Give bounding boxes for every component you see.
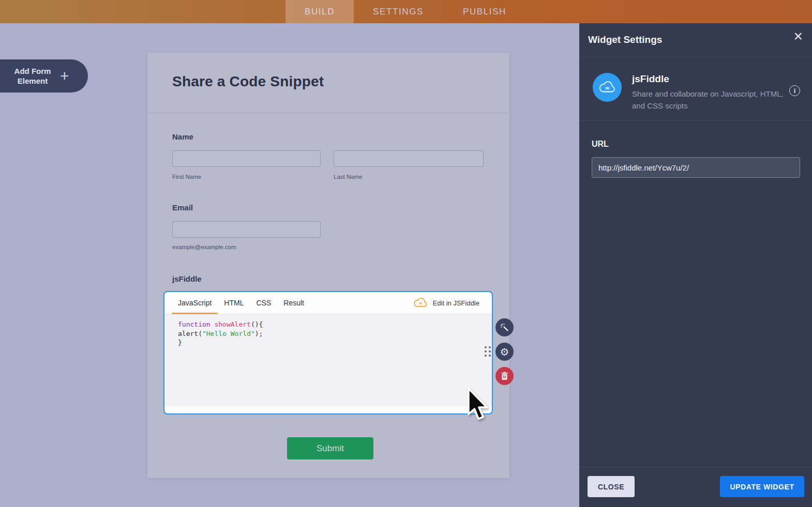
form-card: Share a Code Snippet Name First Name Las… bbox=[147, 53, 509, 478]
drag-handle-icon[interactable] bbox=[485, 346, 491, 357]
top-tabs: BUILD SETTINGS PUBLISH bbox=[285, 0, 527, 23]
panel-title: Widget Settings bbox=[588, 34, 662, 45]
gear-icon: ⚙ bbox=[500, 347, 509, 357]
jsfiddle-widget-icon: ∞ bbox=[593, 73, 622, 102]
form-title[interactable]: Share a Code Snippet bbox=[172, 73, 324, 90]
submit-button[interactable]: Submit bbox=[287, 437, 373, 459]
code-token: alert( bbox=[178, 330, 202, 337]
close-icon[interactable]: × bbox=[793, 27, 803, 45]
code-token: (){ bbox=[251, 320, 263, 328]
add-form-element-button[interactable]: Add Form Element + bbox=[0, 59, 88, 93]
url-label: URL bbox=[592, 140, 609, 149]
code-token: "Hello World" bbox=[202, 330, 255, 337]
code-token: } bbox=[178, 339, 182, 346]
email-sublabel: example@example.com bbox=[172, 244, 236, 250]
name-field-label: Name bbox=[172, 132, 193, 141]
panel-divider bbox=[579, 467, 812, 467]
widget-tab-result[interactable]: Result bbox=[277, 292, 310, 314]
url-input[interactable] bbox=[592, 157, 800, 178]
plus-icon: + bbox=[60, 68, 69, 84]
first-name-sublabel: First Name bbox=[172, 174, 201, 180]
tab-build[interactable]: BUILD bbox=[285, 0, 354, 23]
delete-widget-button[interactable] bbox=[495, 367, 514, 385]
last-name-input[interactable] bbox=[334, 150, 484, 167]
widget-name: jsFiddle bbox=[632, 73, 669, 85]
widget-settings-panel: Widget Settings × ∞ jsFiddle Share and c… bbox=[579, 23, 812, 507]
svg-text:∞: ∞ bbox=[605, 85, 609, 91]
last-name-sublabel: Last Name bbox=[334, 174, 363, 180]
mouse-cursor bbox=[463, 387, 489, 425]
magic-wand-icon bbox=[500, 323, 509, 332]
code-line: alert("Hello World"); bbox=[178, 329, 482, 339]
code-token: function bbox=[178, 320, 210, 328]
widget-settings-button[interactable]: ⚙ bbox=[495, 343, 514, 361]
code-line: function showAlert(){ bbox=[178, 320, 482, 329]
code-preview: function showAlert(){ alert("Hello World… bbox=[164, 314, 492, 407]
code-token: showAlert bbox=[210, 320, 251, 328]
add-form-element-label: Add Form Element bbox=[0, 66, 59, 86]
tab-publish[interactable]: PUBLISH bbox=[443, 0, 527, 23]
close-button[interactable]: CLOSE bbox=[588, 476, 635, 497]
jsfiddle-widget-header: JavaScript HTML CSS Result ∞ Edit in JSF… bbox=[164, 292, 492, 314]
jsfiddle-field-label: jsFiddle bbox=[172, 274, 202, 283]
edit-link-label: Edit in JSFiddle bbox=[433, 299, 479, 307]
tab-settings[interactable]: SETTINGS bbox=[354, 0, 443, 23]
first-name-input[interactable] bbox=[172, 150, 321, 167]
wizard-button[interactable] bbox=[495, 318, 514, 336]
widget-tab-javascript[interactable]: JavaScript bbox=[172, 292, 218, 314]
email-field-label: Email bbox=[172, 203, 193, 212]
update-widget-button[interactable]: UPDATE WIDGET bbox=[720, 476, 804, 497]
trash-icon bbox=[501, 372, 508, 380]
svg-text:∞: ∞ bbox=[418, 300, 423, 306]
jsfiddle-widget[interactable]: JavaScript HTML CSS Result ∞ Edit in JSF… bbox=[163, 291, 493, 414]
edit-in-jsfiddle-link[interactable]: ∞ Edit in JSFiddle bbox=[413, 297, 485, 309]
widget-description: Share and collaborate on Javascript, HTM… bbox=[632, 88, 791, 112]
info-icon[interactable]: i bbox=[789, 85, 800, 96]
jsfiddle-cloud-icon: ∞ bbox=[413, 297, 428, 309]
email-input[interactable] bbox=[172, 221, 321, 238]
app-screen: BUILD SETTINGS PUBLISH Add Form Element … bbox=[0, 0, 812, 507]
widget-tab-html[interactable]: HTML bbox=[218, 292, 250, 314]
panel-divider bbox=[579, 120, 812, 121]
title-divider bbox=[147, 113, 509, 113]
top-navigation-bar: BUILD SETTINGS PUBLISH bbox=[0, 0, 812, 23]
panel-divider bbox=[579, 57, 812, 57]
code-token: ); bbox=[255, 330, 263, 337]
code-line: } bbox=[178, 338, 482, 347]
jsfiddle-cloud-icon: ∞ bbox=[598, 81, 616, 94]
widget-tab-css[interactable]: CSS bbox=[250, 292, 277, 314]
